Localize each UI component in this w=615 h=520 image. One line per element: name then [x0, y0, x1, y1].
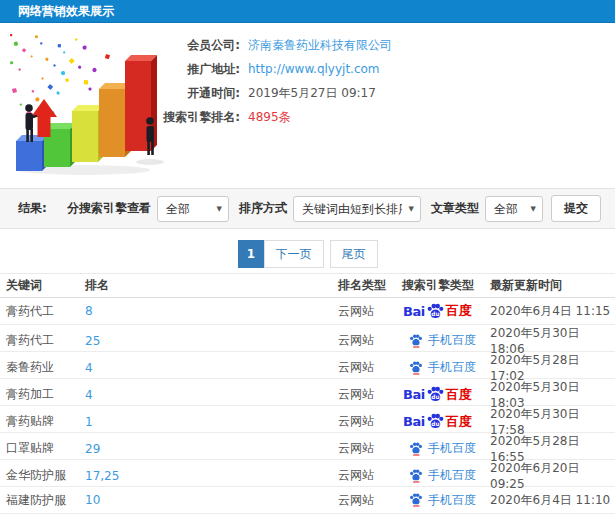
updated-cell: 2020年6月20日 09:25	[490, 460, 615, 491]
svg-text:du: du	[431, 394, 439, 400]
sort-label: 排序方式	[239, 200, 287, 217]
table-row: 膏药代工 25 云网站 手机百度 2020年5月30日 18:06	[0, 325, 615, 352]
col-rank: 排名	[85, 277, 338, 294]
next-page-button[interactable]: 下一页	[264, 240, 324, 268]
rank-count-value: 4895条	[248, 111, 291, 123]
col-engine-type: 搜索引擎类型	[402, 277, 490, 294]
table-row-partial: 手机百度	[0, 514, 615, 520]
page-title: 网络营销效果展示	[18, 3, 114, 20]
filter-bar: 结果: 分搜索引擎查看 全部 排序方式 关键词由短到长排序 文章类型 全部 提交	[0, 188, 615, 229]
engine-cell: Bai du 百度	[402, 386, 490, 404]
table-row: 膏药加工 4 云网站 Bai du 百度 2020年5月30日 18:03	[0, 379, 615, 406]
col-rank-type: 排名类型	[338, 277, 402, 294]
baidu-paw-icon	[409, 361, 423, 375]
rank-link[interactable]: 29	[85, 442, 338, 456]
rank-type-cell: 云网站	[338, 413, 402, 430]
baidu-paw-icon	[409, 469, 423, 483]
baidu-mobile-logo: 手机百度	[402, 332, 476, 349]
engine-cell: 手机百度	[402, 467, 490, 484]
sort-select-wrap: 关键词由短到长排序	[293, 196, 421, 222]
keyword-cell: 膏药代工	[6, 332, 85, 349]
company-label: 会员公司:	[0, 39, 240, 51]
promo-url-link[interactable]: http://www.qlyyjt.com	[248, 63, 380, 75]
rank-type-cell: 云网站	[338, 303, 402, 320]
rank-type-cell: 云网站	[338, 467, 402, 484]
updated-cell: 2020年6月4日 11:15	[490, 303, 615, 320]
rank-type-cell: 云网站	[338, 359, 402, 376]
table-header-row: 关键词 排名 排名类型 搜索引擎类型 最新更新时间	[0, 273, 615, 298]
keyword-cell: 膏药代工	[6, 303, 85, 320]
baidu-paw-icon: du	[426, 303, 445, 320]
info-section: 会员公司: 济南秦鲁药业科技有限公司 推广地址: http://www.qlyy…	[0, 23, 615, 188]
baidu-mobile-logo: 手机百度	[402, 467, 476, 484]
engine-select[interactable]: 全部	[157, 196, 229, 222]
open-time-value: 2019年5月27日 09:17	[248, 87, 376, 99]
page-1-button[interactable]: 1	[238, 240, 265, 268]
engine-cell: 手机百度	[402, 359, 490, 376]
table-row: 膏药贴牌 1 云网站 Bai du 百度 2020年5月30日 17:58	[0, 406, 615, 433]
col-updated: 最新更新时间	[490, 277, 615, 294]
app-header: 网络营销效果展示	[0, 0, 615, 23]
rank-type-cell: 云网站	[338, 386, 402, 403]
updated-cell: 2020年6月4日 11:10	[490, 492, 615, 509]
engine-select-wrap: 全部	[157, 196, 229, 222]
engine-cell: 手机百度	[402, 440, 490, 457]
result-label: 结果:	[18, 200, 47, 217]
table-row: 口罩贴牌 29 云网站 手机百度 2020年5月28日 16:55	[0, 433, 615, 460]
article-type-label: 文章类型	[431, 200, 479, 217]
keyword-cell: 福建防护服	[6, 492, 85, 509]
table-row: 膏药代工 8 云网站 Bai du 百度 2020年6月4日 11:15	[0, 298, 615, 325]
last-page-button[interactable]: 尾页	[330, 240, 378, 268]
engine-filter-label: 分搜索引擎查看	[67, 200, 151, 217]
baidu-mobile-logo: 手机百度	[402, 440, 476, 457]
engine-cell: 手机百度	[402, 332, 490, 349]
info-row-company: 会员公司: 济南秦鲁药业科技有限公司	[0, 39, 615, 51]
baidu-paw-icon	[409, 442, 423, 456]
rank-type-cell: 云网站	[338, 332, 402, 349]
col-keyword: 关键词	[6, 277, 85, 294]
rank-table: 关键词 排名 排名类型 搜索引擎类型 最新更新时间 膏药代工 8 云网站 Bai…	[0, 273, 615, 520]
table-row: 金华防护服 17,25 云网站 手机百度 2020年6月20日 09:25	[0, 460, 615, 487]
company-link[interactable]: 济南秦鲁药业科技有限公司	[248, 39, 392, 51]
engine-cell: Bai du 百度	[402, 302, 490, 320]
baidu-paw-icon	[409, 334, 423, 348]
baidu-pc-logo: Bai du 百度	[402, 386, 472, 404]
rank-type-cell: 云网站	[338, 440, 402, 457]
rank-link[interactable]: 17,25	[85, 469, 338, 483]
rank-link[interactable]: 4	[85, 388, 338, 402]
keyword-cell: 膏药加工	[6, 386, 85, 403]
pagination: 1 下一页 尾页	[0, 240, 615, 268]
submit-button[interactable]: 提交	[551, 195, 601, 222]
sort-select[interactable]: 关键词由短到长排序	[293, 196, 421, 222]
article-type-select[interactable]: 全部	[485, 196, 543, 222]
rank-link[interactable]: 25	[85, 334, 338, 348]
keyword-cell: 金华防护服	[6, 467, 85, 484]
keyword-cell: 秦鲁药业	[6, 359, 85, 376]
rank-link[interactable]: 8	[85, 304, 338, 318]
engine-cell: 手机百度	[402, 492, 490, 509]
baidu-paw-icon: du	[426, 386, 445, 403]
rank-link[interactable]: 10	[85, 493, 338, 507]
info-row-opened: 开通时间: 2019年5月27日 09:17	[0, 87, 615, 99]
baidu-pc-logo: Bai du 百度	[402, 302, 472, 320]
info-row-url: 推广地址: http://www.qlyyjt.com	[0, 63, 615, 75]
rank-link[interactable]: 1	[85, 415, 338, 429]
promo-url-label: 推广地址:	[0, 63, 240, 75]
svg-text:du: du	[431, 421, 439, 427]
baidu-mobile-logo: 手机百度	[402, 359, 476, 376]
rank-count-label: 搜索引擎排名:	[0, 111, 240, 123]
info-row-rank-count: 搜索引擎排名: 4895条	[0, 111, 615, 123]
keyword-cell: 口罩贴牌	[6, 440, 85, 457]
open-time-label: 开通时间:	[0, 87, 240, 99]
baidu-paw-icon	[409, 493, 423, 507]
rank-link[interactable]: 4	[85, 361, 338, 375]
svg-text:du: du	[431, 310, 439, 316]
baidu-mobile-logo: 手机百度	[402, 492, 476, 509]
table-row: 福建防护服 10 云网站 手机百度 2020年6月4日 11:10	[0, 487, 615, 514]
info-rows: 会员公司: 济南秦鲁药业科技有限公司 推广地址: http://www.qlyy…	[0, 39, 615, 135]
rank-type-cell: 云网站	[338, 492, 402, 509]
engine-cell: Bai du 百度	[402, 413, 490, 431]
baidu-pc-logo: Bai du 百度	[402, 413, 472, 431]
baidu-paw-icon: du	[426, 413, 445, 430]
article-select-wrap: 全部	[485, 196, 543, 222]
